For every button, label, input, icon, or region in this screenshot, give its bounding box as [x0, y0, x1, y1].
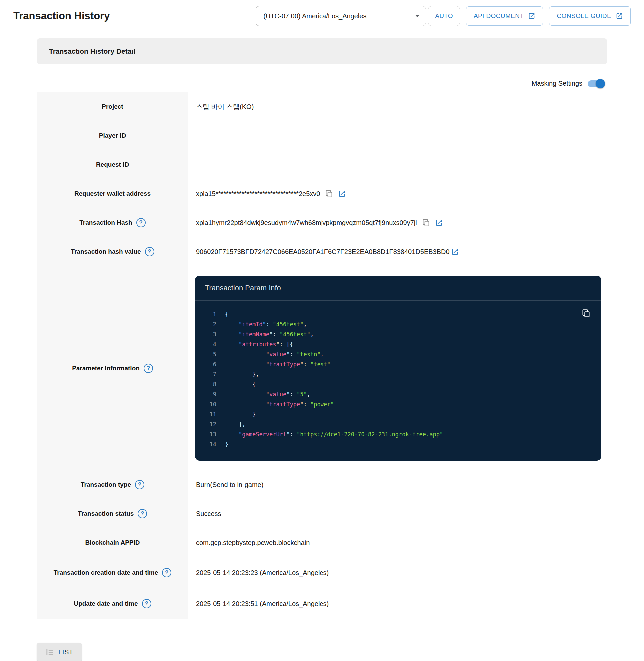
api-document-label: API DOCUMENT [474, 12, 524, 20]
timezone-select[interactable]: (UTC-07:00) America/Los_Angeles [255, 6, 426, 26]
external-link-icon[interactable] [435, 219, 443, 227]
row-label: Requester wallet address [74, 190, 151, 197]
console-guide-label: CONSOLE GUIDE [557, 12, 611, 20]
code-line: 5 "value": "testn", [203, 349, 591, 359]
console-guide-button[interactable]: CONSOLE GUIDE [549, 6, 631, 26]
update-datetime-value: 2025-05-14 20:23:51 (America/Los_Angeles… [196, 600, 329, 608]
toggle-thumb [596, 79, 605, 88]
row-label: Player ID [99, 132, 126, 139]
external-link-icon[interactable] [451, 248, 459, 256]
code-line: 7 }, [203, 369, 591, 379]
section-title: Transaction History Detail [49, 47, 135, 55]
chevron-down-icon [415, 15, 420, 17]
code-line: 4 "attributes": [{ [203, 339, 591, 349]
table-row-transaction-status: Transaction status ? Success [37, 499, 607, 528]
row-label: Blockchain APPID [85, 539, 140, 546]
timezone-selected-value: (UTC-07:00) America/Los_Angeles [263, 12, 366, 20]
transaction-detail-table: Project 스텝 바이 스텝(KO) Player ID Request I… [37, 92, 607, 619]
table-row-transaction-hash-hex: Transaction hash value ? 906020F71573BFD… [37, 237, 607, 266]
table-row-creation-datetime: Transaction creation date and time ? 202… [37, 557, 607, 588]
masking-toggle-switch[interactable] [588, 80, 605, 87]
content-area: Transaction History Detail Masking Setti… [37, 38, 607, 619]
transaction-status-value: Success [196, 510, 221, 518]
code-copy-icon[interactable] [581, 309, 591, 318]
param-code-lines: 1{2 "itemId": "456test",3 "itemName": "4… [203, 309, 591, 449]
param-code-block: 1{2 "itemId": "456test",3 "itemName": "4… [195, 301, 601, 461]
code-line: 2 "itemId": "456test", [203, 320, 591, 329]
transaction-param-info-panel: Transaction Param Info 1{2 "itemId": "45… [195, 276, 601, 461]
code-line: 9 "value": "5", [203, 389, 591, 399]
copy-icon[interactable] [422, 218, 431, 227]
masking-settings-row: Masking Settings [37, 80, 607, 87]
external-link-icon [528, 12, 535, 20]
table-row-blockchain-appid: Blockchain APPID com.gcp.stepbystep.pcwe… [37, 528, 607, 557]
row-label: Transaction hash value [71, 248, 141, 255]
footer: LIST [37, 643, 607, 661]
row-label: Transaction Hash [79, 219, 132, 226]
header-controls: (UTC-07:00) America/Los_Angeles AUTO API… [255, 6, 631, 26]
row-label: Transaction type [80, 481, 131, 488]
help-icon[interactable]: ? [145, 247, 154, 256]
row-label: Transaction creation date and time [54, 569, 158, 576]
code-line: 11 } [203, 409, 591, 419]
param-panel-title: Transaction Param Info [195, 276, 601, 301]
table-row-transaction-hash: Transaction Hash ? xpla1hymr22pt84dwkj9e… [37, 208, 607, 237]
page-header: Transaction History (UTC-07:00) America/… [0, 0, 644, 33]
project-value: 스텝 바이 스텝(KO) [196, 102, 254, 111]
code-line: 6 "traitType": "test" [203, 359, 591, 369]
code-line: 14} [203, 439, 591, 449]
api-document-button[interactable]: API DOCUMENT [466, 6, 543, 26]
code-line: 12 ], [203, 419, 591, 429]
creation-datetime-value: 2025-05-14 20:23:23 (America/Los_Angeles… [196, 569, 329, 577]
code-line: 3 "itemName": "456test", [203, 329, 591, 339]
help-icon[interactable]: ? [142, 599, 151, 608]
transaction-type-value: Burn(Send to in-game) [196, 481, 263, 489]
table-row-parameter-information: Parameter information ? Transaction Para… [37, 266, 607, 470]
transaction-hash-hex-value: 906020F71573BFD72427C066EA0520FA1F6C7F23… [196, 248, 450, 256]
help-icon[interactable]: ? [162, 568, 171, 577]
row-label: Update date and time [74, 600, 138, 607]
help-icon[interactable]: ? [144, 363, 153, 373]
auto-button[interactable]: AUTO [428, 6, 460, 26]
table-row-request-id: Request ID [37, 150, 607, 179]
code-line: 13 "gameServerUrl": "https://dce1-220-70… [203, 429, 591, 439]
code-line: 10 "traitType": "power" [203, 399, 591, 409]
table-row-project: Project 스텝 바이 스텝(KO) [37, 92, 607, 121]
row-label: Parameter information [72, 365, 140, 372]
row-label: Transaction status [78, 510, 134, 517]
external-link-icon [616, 12, 623, 20]
list-button-label: LIST [58, 648, 73, 656]
list-icon [45, 648, 54, 656]
table-row-update-datetime: Update date and time ? 2025-05-14 20:23:… [37, 588, 607, 619]
help-icon[interactable]: ? [138, 509, 147, 518]
table-row-player-id: Player ID [37, 121, 607, 150]
help-icon[interactable]: ? [136, 218, 145, 227]
list-button[interactable]: LIST [37, 643, 82, 661]
external-link-icon[interactable] [338, 190, 346, 198]
row-label: Project [101, 103, 123, 110]
blockchain-appid-value: com.gcp.stepbystep.pcweb.blockchain [196, 539, 309, 547]
masking-settings-label: Masking Settings [532, 80, 582, 87]
row-label: Request ID [96, 161, 129, 168]
section-header: Transaction History Detail [37, 38, 607, 64]
transaction-hash-value: xpla1hymr22pt84dwkj9esudym4w7wh68mjvpkpm… [196, 219, 417, 227]
code-line: 8 { [203, 379, 591, 389]
timezone-group: (UTC-07:00) America/Los_Angeles AUTO [255, 6, 460, 26]
table-row-wallet-address: Requester wallet address xpla15*********… [37, 179, 607, 208]
code-line: 1{ [203, 309, 591, 320]
page-title: Transaction History [13, 10, 110, 22]
wallet-address-value: xpla15********************************2e… [196, 190, 320, 198]
table-row-transaction-type: Transaction type ? Burn(Send to in-game) [37, 470, 607, 499]
copy-icon[interactable] [325, 189, 334, 198]
help-icon[interactable]: ? [135, 480, 144, 489]
